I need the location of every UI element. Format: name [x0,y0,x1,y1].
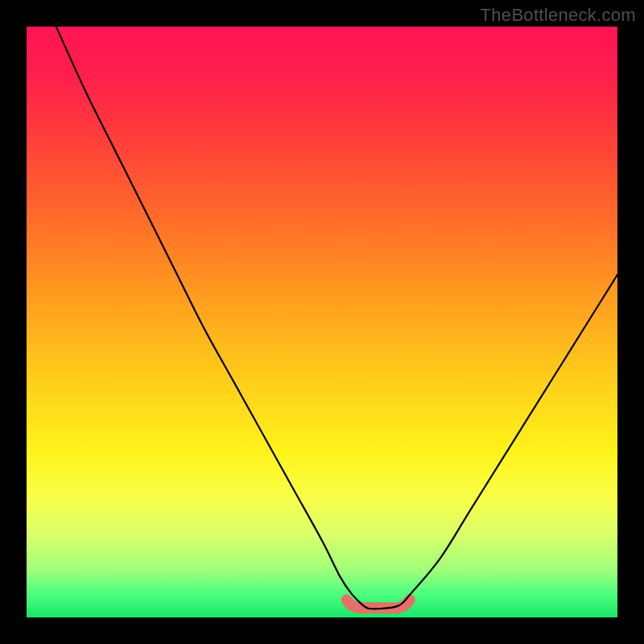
bottleneck-curve [56,27,617,609]
watermark-label: TheBottleneck.com [481,5,636,26]
chart-frame: TheBottleneck.com [0,0,644,644]
curve-layer [27,27,617,617]
plot-area [27,27,617,617]
